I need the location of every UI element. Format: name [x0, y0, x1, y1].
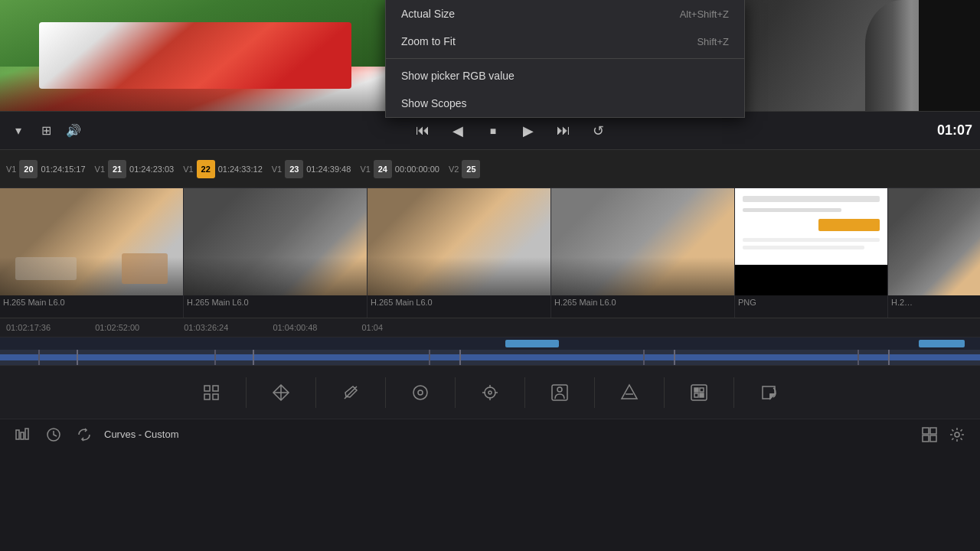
settings-icon[interactable] — [946, 424, 968, 445]
tool-divider-7 — [664, 377, 665, 408]
clip-marker-24: V1 24 00:00:00:00 — [354, 150, 443, 187]
v-label-v2: V2 — [449, 165, 459, 174]
person-tool-button[interactable] — [541, 373, 579, 412]
show-scopes-item[interactable]: Show Scopes — [386, 90, 744, 117]
svg-point-10 — [488, 391, 492, 394]
thumb-item-1: H.265 Main L6.0 — [0, 188, 184, 318]
clip-badge-22: 22 — [197, 160, 215, 178]
show-picker-item[interactable]: Show picker RGB value — [386, 62, 744, 90]
thumb-item-4: H.265 Main L6.0 — [551, 188, 735, 318]
zoom-to-fit-label: Zoom to Fit — [401, 35, 456, 47]
diamond-tool-button[interactable] — [262, 373, 300, 412]
dropdown-menu: Actual Size Alt+Shift+Z Zoom to Fit Shif… — [385, 0, 745, 118]
svg-rect-1 — [213, 386, 218, 391]
clip-time-20: 01:24:15:17 — [41, 165, 85, 174]
svg-point-8 — [418, 390, 423, 395]
stop-button[interactable]: ■ — [481, 119, 505, 143]
v-label-21: V1 — [95, 165, 105, 174]
tool-divider-8 — [733, 377, 734, 408]
svg-rect-3 — [213, 394, 218, 399]
thumb-codec-3: H.265 Main L6.0 — [368, 295, 436, 309]
v-label-24: V1 — [360, 165, 370, 174]
volume-icon[interactable]: 🔊 — [63, 120, 84, 142]
svg-point-9 — [485, 387, 495, 398]
actual-size-label: Actual Size — [401, 8, 455, 20]
clip-time-21: 01:24:23:03 — [129, 165, 174, 174]
layout-icon[interactable] — [919, 424, 940, 445]
gradient-tool-button[interactable] — [610, 373, 648, 412]
clip-marker-21: V1 21 01:24:23:03 — [89, 150, 178, 187]
svg-rect-22 — [694, 393, 698, 397]
loop-icon[interactable] — [74, 424, 95, 445]
eyedropper-tool-button[interactable] — [332, 373, 370, 412]
svg-rect-28 — [923, 428, 929, 434]
transform-tool-button[interactable] — [750, 373, 788, 412]
repeat-button[interactable]: ↺ — [586, 119, 611, 143]
svg-rect-19 — [691, 385, 707, 400]
bottom-toolbar — [0, 365, 980, 419]
timeline-times: 01:02:17:36 01:02:52:00 01:03:26:24 01:0… — [0, 318, 980, 337]
clock-icon[interactable] — [43, 424, 64, 445]
clip-marker-23: V1 23 01:24:39:48 — [266, 150, 354, 187]
menu-divider — [386, 58, 744, 59]
svg-rect-29 — [930, 428, 936, 434]
thumb-item-6: H.2… — [888, 188, 980, 318]
timeline-area: 01:02:17:36 01:02:52:00 01:03:26:24 01:0… — [0, 318, 980, 365]
clip-strip: V1 20 01:24:15:17 V1 21 01:24:23:03 V1 2… — [0, 149, 980, 187]
clip-badge-23: 23 — [285, 160, 303, 178]
layers-icon[interactable]: ⊞ — [35, 120, 57, 142]
status-right — [919, 424, 968, 445]
status-left: Curves - Custom — [12, 424, 179, 445]
thumbnail-strip: H.265 Main L6.0 H.265 Main L6.0 H.265 Ma… — [0, 187, 980, 318]
clip-badge-25: 25 — [462, 160, 480, 178]
time-marker-3: 01:03:26:24 — [178, 323, 228, 332]
time-marker-5: 01:04 — [356, 323, 384, 332]
svg-rect-31 — [930, 435, 936, 442]
show-picker-label: Show picker RGB value — [401, 70, 514, 82]
clip-time-24: 00:00:00:00 — [395, 165, 439, 174]
main-clip-track[interactable] — [0, 350, 980, 365]
actual-size-shortcut: Alt+Shift+Z — [680, 8, 729, 20]
svg-point-16 — [557, 387, 562, 392]
clip-badge-21: 21 — [108, 160, 126, 178]
tool-divider-1 — [246, 377, 247, 408]
prev-frame-button[interactable]: ◀ — [446, 119, 470, 143]
svg-rect-0 — [204, 386, 210, 391]
tool-divider-6 — [594, 377, 595, 408]
svg-point-7 — [413, 386, 427, 399]
down-arrow-icon[interactable]: ▾ — [8, 120, 29, 142]
zoom-to-fit-item[interactable]: Zoom to Fit Shift+Z — [386, 28, 744, 55]
mask-tool-button[interactable] — [680, 373, 718, 412]
preview-area: Actual Size Alt+Shift+Z Zoom to Fit Shif… — [0, 0, 980, 111]
v-label-22: V1 — [183, 165, 193, 174]
play-button[interactable]: ▶ — [516, 119, 541, 143]
skip-forward-button[interactable]: ⏭ — [551, 119, 576, 143]
svg-rect-21 — [700, 388, 704, 392]
thumb-codec-4: H.265 Main L6.0 — [551, 295, 619, 309]
bars-icon[interactable] — [12, 424, 34, 445]
skip-back-button[interactable]: ⏮ — [410, 119, 435, 143]
thumb-image-1 — [0, 188, 183, 295]
tool-divider-3 — [385, 377, 386, 408]
svg-marker-17 — [622, 385, 637, 399]
timecode-display: 01:07 — [937, 122, 972, 139]
actual-size-item[interactable]: Actual Size Alt+Shift+Z — [386, 0, 744, 28]
timeline-indicator-track — [0, 337, 980, 350]
svg-rect-26 — [25, 429, 28, 439]
thumb-item-2: H.265 Main L6.0 — [184, 188, 368, 318]
circle-tool-button[interactable] — [401, 373, 439, 412]
svg-rect-23 — [700, 393, 704, 397]
clip-track-fill — [0, 354, 980, 360]
v-label-20: V1 — [6, 165, 16, 174]
clip-marker-22: V1 22 01:24:33:12 — [177, 150, 266, 187]
thumb-image-5 — [735, 188, 887, 295]
svg-rect-25 — [21, 432, 24, 439]
time-marker-4: 01:04:00:48 — [266, 323, 317, 332]
curves-label: Curves - Custom — [104, 429, 179, 440]
thumb-image-6 — [888, 188, 980, 295]
tool-divider-2 — [315, 377, 316, 408]
transport-left: ▾ ⊞ 🔊 — [8, 120, 84, 142]
thumb-item-5: PNG — [735, 188, 888, 318]
grid-tool-button[interactable] — [192, 373, 230, 412]
crosshair-tool-button[interactable] — [471, 373, 509, 412]
